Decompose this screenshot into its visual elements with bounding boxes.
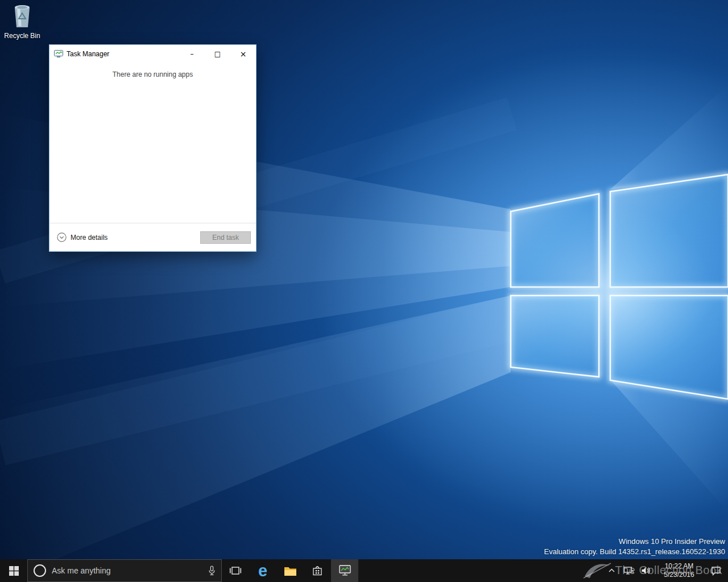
task-manager-app-list: There are no running apps (49, 63, 256, 223)
chevron-up-icon (609, 568, 615, 573)
no-running-apps-message: There are no running apps (49, 70, 256, 78)
task-manager-footer: More details End task (49, 223, 256, 251)
build-watermark-line2: Evaluation copy. Build 14352.rs1_release… (544, 547, 726, 557)
action-center-icon (711, 566, 721, 576)
chevron-down-circle-icon (57, 232, 67, 242)
start-button[interactable] (0, 559, 27, 582)
recycle-bin-icon[interactable]: Recycle Bin (3, 3, 41, 40)
more-details-label: More details (71, 234, 107, 242)
microphone-icon[interactable] (208, 566, 216, 576)
edge-icon: e (258, 563, 267, 579)
windows-logo-icon (9, 566, 19, 576)
desktop: Recycle Bin Task Manager – □ × There are… (0, 0, 728, 582)
trash-bin-icon (11, 3, 33, 28)
file-explorer-button[interactable] (276, 559, 304, 582)
store-button[interactable] (304, 559, 331, 582)
maximize-button[interactable]: □ (205, 45, 230, 63)
tray-expand-button[interactable] (603, 559, 620, 582)
cortana-search-box[interactable] (27, 559, 222, 582)
folder-icon (284, 566, 297, 576)
end-task-button[interactable]: End task (200, 231, 251, 244)
task-view-button[interactable] (222, 559, 249, 582)
minimize-button[interactable]: – (179, 45, 205, 63)
close-button[interactable]: × (230, 45, 256, 63)
recycle-bin-label: Recycle Bin (3, 32, 41, 40)
build-watermark-line1: Windows 10 Pro Insider Preview (544, 537, 726, 547)
task-manager-titlebar[interactable]: Task Manager – □ × (49, 45, 256, 63)
task-view-icon (229, 566, 242, 575)
clock-time: 10:22 AM (659, 562, 700, 571)
task-manager-app-icon (54, 50, 63, 58)
search-input[interactable] (51, 566, 204, 576)
speaker-icon (641, 567, 650, 575)
task-manager-icon (338, 565, 351, 576)
network-tray-button[interactable] (620, 559, 637, 582)
more-details-button[interactable]: More details (55, 231, 110, 243)
task-manager-taskbar-button[interactable] (331, 559, 358, 582)
taskbar-clock[interactable]: 10:22 AM 5/23/2016 (654, 559, 704, 582)
task-manager-window: Task Manager – □ × There are no running … (49, 44, 257, 252)
shopping-bag-icon (312, 565, 323, 576)
taskbar: e (0, 559, 728, 582)
system-tray: 10:22 AM 5/23/2016 (603, 559, 728, 582)
window-title: Task Manager (67, 50, 179, 58)
cortana-icon (34, 564, 46, 577)
volume-tray-button[interactable] (637, 559, 654, 582)
action-center-button[interactable] (704, 559, 728, 582)
build-watermark: Windows 10 Pro Insider Preview Evaluatio… (544, 537, 726, 557)
network-icon (623, 566, 634, 575)
edge-button[interactable]: e (249, 559, 276, 582)
clock-date: 5/23/2016 (659, 571, 700, 579)
